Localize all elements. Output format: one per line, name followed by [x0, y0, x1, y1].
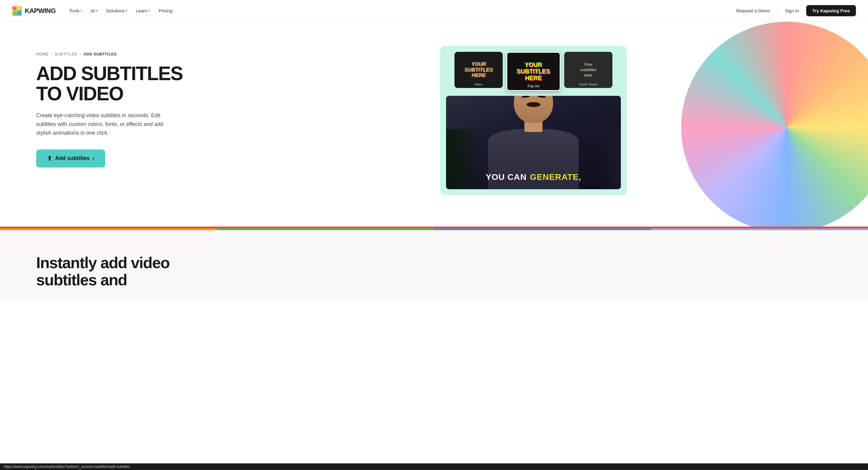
demo-card: YOURSUBTITLESHERE Retro ⋮ YOURSUBTITLESH…: [440, 46, 627, 195]
nav-menu: Tools ▾ AI ▾ Solutions ▾ Learn ▾ Pricing: [65, 6, 176, 15]
line-blue: [434, 228, 651, 230]
background-circle: [681, 22, 868, 226]
hero-description: Create eye-catching video subtitles in s…: [36, 111, 175, 137]
earth-label: Earth Toned: [579, 83, 597, 86]
breadcrumb-home[interactable]: HOME: [36, 52, 49, 56]
hero-section: HOME › SUBTITLES › ADD SUBTITLES ADD SUB…: [0, 22, 868, 226]
retro-thumb-text: YOURSUBTITLESHERE: [462, 61, 495, 78]
svg-rect-3: [18, 11, 21, 15]
request-demo-button[interactable]: Request a Demo: [733, 6, 774, 15]
nav-item-tools[interactable]: Tools ▾: [65, 6, 86, 15]
options-icon[interactable]: ⋮: [553, 55, 557, 60]
subtitle-white-text: YOU CAN: [486, 173, 527, 182]
nav-left: KAPWING Tools ▾ AI ▾ Solutions ▾ Learn ▾…: [12, 6, 176, 15]
style-thumb-retro[interactable]: YOURSUBTITLESHERE Retro: [455, 52, 503, 88]
nav-divider: [777, 7, 778, 14]
sign-in-button[interactable]: Sign In: [781, 6, 803, 15]
popart-label: Pop Art: [527, 84, 539, 88]
hero-right: YOURSUBTITLESHERE Retro ⋮ YOURSUBTITLESH…: [211, 40, 856, 195]
breadcrumb-sep-1: ›: [51, 53, 52, 56]
navigation: KAPWING Tools ▾ AI ▾ Solutions ▾ Learn ▾…: [0, 0, 868, 22]
style-thumbnails-row: YOURSUBTITLESHERE Retro ⋮ YOURSUBTITLESH…: [446, 52, 621, 91]
person-mustache: [527, 102, 540, 107]
chevron-down-icon: ▾: [149, 9, 150, 12]
style-thumb-earth[interactable]: Yoursubtitleshere Earth Toned: [564, 52, 613, 88]
nav-item-learn[interactable]: Learn ▾: [132, 6, 154, 15]
upload-icon: ⬆: [47, 155, 52, 162]
colored-lines-wrapper: [0, 226, 868, 230]
line-green: [217, 228, 434, 230]
logo[interactable]: KAPWING: [12, 6, 56, 15]
bottom-title: Instantly add video subtitles and: [36, 254, 217, 289]
video-subtitle-overlay: YOU CAN GENERATE,: [486, 173, 581, 182]
add-subtitles-button[interactable]: ⬆ Add subtitles ›: [36, 150, 105, 167]
line-purple: [651, 228, 868, 230]
retro-label: Retro: [475, 83, 483, 86]
chevron-down-icon: ▾: [81, 9, 82, 12]
svg-rect-1: [18, 7, 21, 10]
earth-thumb-text: Yoursubtitleshere: [578, 62, 598, 78]
video-preview: YOU CAN GENERATE,: [446, 96, 621, 189]
nav-item-pricing[interactable]: Pricing: [155, 6, 176, 15]
colored-lines-row2: [0, 228, 868, 230]
breadcrumb-current: ADD SUBTITLES: [84, 52, 117, 56]
breadcrumb: HOME › SUBTITLES › ADD SUBTITLES: [36, 52, 199, 56]
video-frame: YOU CAN GENERATE,: [446, 96, 621, 189]
hero-left: HOME › SUBTITLES › ADD SUBTITLES ADD SUB…: [36, 40, 199, 167]
breadcrumb-subtitles[interactable]: SUBTITLES: [55, 52, 77, 56]
nav-item-ai[interactable]: AI ▾: [87, 6, 101, 15]
chevron-down-icon: ▾: [126, 9, 127, 12]
nav-item-solutions[interactable]: Solutions ▾: [102, 6, 131, 15]
bottom-section: Instantly add video subtitles and: [0, 230, 868, 301]
arrow-right-icon: ›: [93, 155, 94, 161]
person-head: [514, 96, 553, 123]
logo-text: KAPWING: [25, 7, 56, 15]
breadcrumb-sep-2: ›: [80, 53, 81, 56]
try-kapwing-button[interactable]: Try Kapwing Free: [806, 5, 856, 16]
svg-rect-2: [13, 11, 16, 15]
style-thumb-popart[interactable]: ⋮ YOURSUBTITLESHERE Pop Art: [506, 52, 561, 91]
line-orange: [0, 228, 217, 230]
subtitle-yellow-text: GENERATE,: [530, 173, 581, 182]
popart-thumb-text: YOURSUBTITLESHERE: [514, 61, 553, 81]
svg-rect-0: [13, 7, 16, 10]
hero-title: ADD SUBTITLES TO VIDEO: [36, 64, 199, 104]
nav-right: Request a Demo Sign In Try Kapwing Free: [733, 5, 856, 16]
logo-icon: [12, 6, 22, 15]
chevron-down-icon: ▾: [96, 9, 98, 12]
